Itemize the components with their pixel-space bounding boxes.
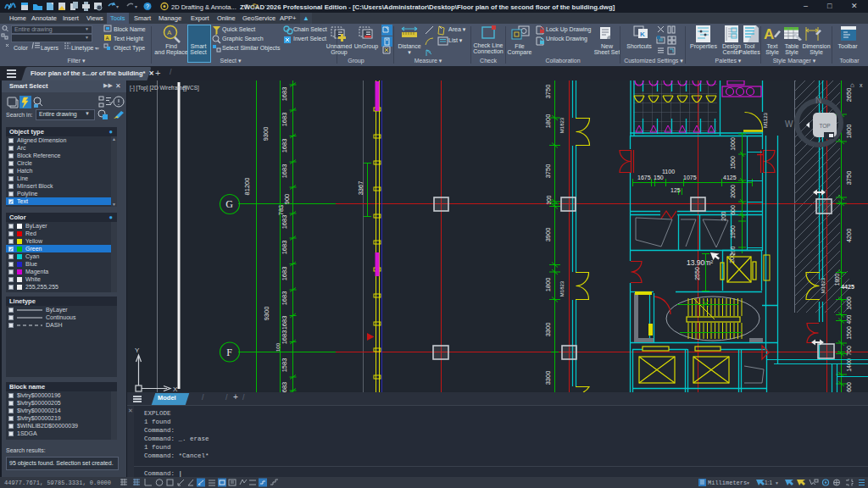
- svg-text:1683: 1683: [281, 113, 288, 127]
- svg-text:783: 783: [277, 205, 285, 216]
- svg-text:1000: 1000: [846, 297, 852, 310]
- svg-text:1683: 1683: [281, 267, 288, 281]
- svg-text:125: 125: [670, 187, 681, 193]
- svg-text:1100: 1100: [662, 169, 675, 175]
- svg-text:▾: ▾: [116, 4, 119, 9]
- svg-text:3300: 3300: [544, 323, 552, 337]
- svg-text:4200: 4200: [845, 229, 853, 243]
- svg-text:⌂: ⌂: [850, 81, 854, 89]
- svg-text:1683: 1683: [281, 87, 288, 102]
- svg-text:1800: 1800: [834, 273, 840, 286]
- svg-text:3750: 3750: [544, 164, 552, 179]
- svg-text:M1823: M1823: [821, 277, 826, 293]
- svg-text:x: x: [860, 82, 863, 88]
- svg-text:1683: 1683: [281, 139, 288, 153]
- svg-text:1500: 1500: [846, 326, 852, 340]
- svg-text:1683: 1683: [281, 291, 288, 306]
- svg-text:2550: 2550: [694, 267, 700, 280]
- svg-text:683: 683: [281, 382, 288, 392]
- svg-text:150: 150: [654, 175, 664, 180]
- svg-text:TOP: TOP: [819, 123, 830, 129]
- svg-text:13.90m²: 13.90m²: [687, 258, 713, 267]
- svg-text:1583: 1583: [281, 358, 288, 373]
- svg-text:1950: 1950: [730, 225, 736, 239]
- svg-text:M1823: M1823: [559, 280, 565, 297]
- svg-text:[WCS]: [WCS]: [183, 85, 199, 92]
- svg-text:3750: 3750: [845, 171, 853, 186]
- svg-text:4125: 4125: [723, 175, 737, 180]
- svg-text:400: 400: [846, 314, 852, 324]
- svg-text:(）: (）: [833, 480, 839, 485]
- svg-text:?: ?: [146, 3, 149, 9]
- svg-text:600: 600: [846, 382, 852, 392]
- svg-text:3300: 3300: [544, 371, 552, 385]
- svg-text:600: 600: [730, 205, 736, 215]
- svg-text:G: G: [225, 198, 233, 210]
- svg-text:M1123: M1123: [763, 112, 768, 128]
- svg-text:M1823: M1823: [559, 117, 565, 133]
- svg-text:N: N: [815, 96, 821, 105]
- svg-text:900: 900: [283, 194, 291, 205]
- svg-text:1800: 1800: [544, 278, 552, 292]
- svg-text:3750: 3750: [544, 85, 552, 99]
- svg-text:1400: 1400: [846, 358, 852, 372]
- svg-text:1800: 1800: [845, 125, 853, 139]
- svg-text:Millimeters: Millimeters: [708, 480, 747, 486]
- svg-text:1000: 1000: [730, 137, 736, 151]
- svg-text:9300: 9300: [263, 307, 270, 321]
- svg-text:▼: ▼: [775, 480, 779, 485]
- svg-text:1675: 1675: [637, 175, 651, 180]
- svg-text:300: 300: [546, 195, 552, 204]
- svg-text:1075: 1075: [683, 175, 697, 180]
- svg-text:[-] [Top] [2D Wireframe]: [-] [Top] [2D Wireframe]: [130, 85, 186, 92]
- svg-text:4425: 4425: [841, 284, 854, 290]
- svg-text:F: F: [226, 347, 232, 358]
- svg-text:▼: ▼: [746, 480, 750, 485]
- svg-text:2000: 2000: [730, 185, 736, 198]
- svg-text:200: 200: [721, 211, 726, 220]
- svg-text:1800: 1800: [544, 114, 552, 129]
- svg-text:3367: 3367: [357, 181, 364, 196]
- svg-text:3900: 3900: [544, 228, 552, 242]
- svg-text:700: 700: [846, 346, 852, 356]
- svg-text:2650: 2650: [845, 88, 853, 103]
- svg-text:K: K: [640, 30, 645, 38]
- svg-text:1500: 1500: [730, 156, 736, 169]
- svg-text:A: A: [167, 29, 172, 36]
- svg-text:1683: 1683: [281, 316, 288, 330]
- svg-text:W: W: [785, 119, 793, 129]
- svg-text:1683: 1683: [281, 215, 288, 230]
- svg-text:A: A: [106, 36, 109, 41]
- svg-text:1683: 1683: [281, 241, 288, 255]
- svg-text:1683: 1683: [281, 330, 288, 345]
- svg-text:▾: ▾: [135, 4, 137, 9]
- svg-text:1683: 1683: [281, 164, 288, 179]
- svg-text:9300: 9300: [262, 127, 270, 141]
- svg-text:Y: Y: [135, 347, 140, 354]
- svg-text:A: A: [764, 26, 774, 42]
- svg-text:X: X: [173, 385, 178, 392]
- svg-text:1:1: 1:1: [765, 480, 772, 485]
- svg-text:81200: 81200: [243, 178, 251, 196]
